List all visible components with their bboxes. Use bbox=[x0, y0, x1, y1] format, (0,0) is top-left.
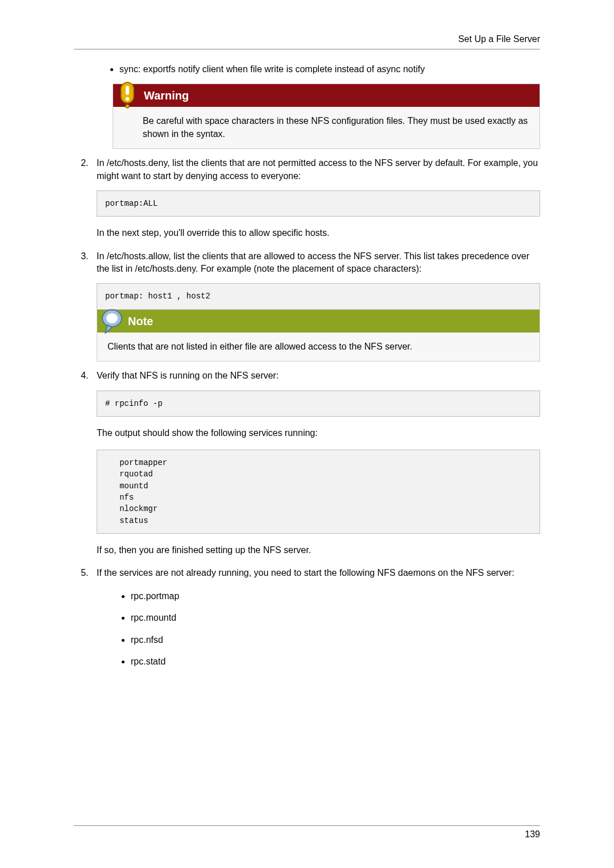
page-footer: 139 bbox=[74, 825, 540, 840]
warning-icon bbox=[115, 84, 139, 107]
step-3: In /etc/hosts.allow, list the clients th… bbox=[91, 250, 540, 362]
warning-callout: Warning Be careful with space characters… bbox=[113, 84, 540, 149]
page-header: Set Up a File Server bbox=[74, 34, 540, 49]
step-4: Verify that NFS is running on the NFS se… bbox=[91, 369, 540, 556]
step-5-sublist: rpc.portmap rpc.mountd rpc.nfsd rpc.stat… bbox=[97, 590, 540, 668]
step-4-code2: portmapper rquotad mountd nfs nlockmgr s… bbox=[97, 450, 540, 534]
svg-point-5 bbox=[106, 313, 118, 323]
step-5-item-3: rpc.statd bbox=[131, 655, 540, 668]
step-2-code: portmap:ALL bbox=[97, 190, 540, 217]
step-2-text: In /etc/hosts.deny, list the clients tha… bbox=[97, 158, 538, 180]
page-number: 139 bbox=[525, 829, 540, 839]
intro-bullet-list: sync: exportfs notify client when file w… bbox=[74, 63, 540, 76]
note-title: Note bbox=[128, 313, 153, 329]
note-header: Note bbox=[97, 310, 540, 333]
footer-rule: 139 bbox=[74, 825, 540, 840]
step-3-text: In /etc/hosts.allow, list the clients th… bbox=[97, 251, 529, 273]
svg-point-2 bbox=[126, 97, 129, 101]
step-2-after: In the next step, you'll override this t… bbox=[97, 227, 540, 239]
step-4-text: Verify that NFS is running on the NFS se… bbox=[97, 371, 279, 380]
steps-list: In /etc/hosts.deny, list the clients tha… bbox=[74, 157, 540, 668]
note-callout: Note Clients that are not listed in eith… bbox=[97, 310, 540, 362]
warning-title: Warning bbox=[144, 89, 189, 102]
step-4-after2: If so, then you are finished setting up … bbox=[97, 544, 540, 556]
content-area: sync: exportfs notify client when file w… bbox=[74, 49, 540, 668]
step-5-text: If the services are not already running,… bbox=[97, 568, 515, 578]
step-2: In /etc/hosts.deny, list the clients tha… bbox=[91, 157, 540, 239]
step-4-after1: The output should show the following ser… bbox=[97, 427, 540, 439]
note-icon bbox=[99, 309, 123, 333]
warning-header: Warning bbox=[113, 84, 540, 107]
page: Set Up a File Server sync: exportfs noti… bbox=[0, 0, 614, 868]
intro-bullet-item: sync: exportfs notify client when file w… bbox=[119, 63, 540, 76]
step-4-code: # rpcinfo -p bbox=[97, 391, 540, 417]
intro-bullet-text: sync: exportfs notify client when file w… bbox=[119, 64, 425, 74]
step-5: If the services are not already running,… bbox=[91, 567, 540, 668]
step-5-item-2: rpc.nfsd bbox=[131, 634, 540, 646]
step-5-item-1: rpc.mountd bbox=[131, 612, 540, 624]
step-5-item-0: rpc.portmap bbox=[131, 590, 540, 603]
step-3-code: portmap: host1 , host2 bbox=[97, 283, 540, 309]
note-body: Clients that are not listed in either fi… bbox=[97, 333, 540, 361]
warning-body: Be careful with space characters in thes… bbox=[113, 107, 540, 148]
svg-point-3 bbox=[126, 105, 129, 108]
header-title: Set Up a File Server bbox=[458, 34, 540, 44]
svg-rect-1 bbox=[126, 86, 129, 95]
